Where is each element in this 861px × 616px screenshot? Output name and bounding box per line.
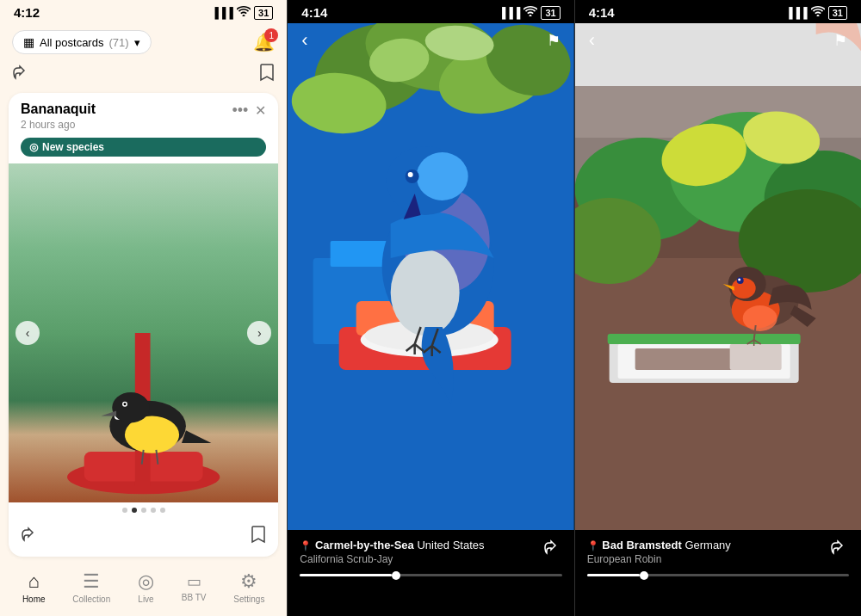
svg-point-29 bbox=[417, 152, 468, 200]
live-label: Live bbox=[138, 594, 153, 604]
photo-dots bbox=[9, 502, 278, 518]
jay-progress-fill bbox=[300, 574, 392, 576]
bird-scene: ‹ › bbox=[9, 163, 278, 502]
svg-point-27 bbox=[391, 249, 460, 336]
bottom-navigation: ⌂ Home ☰ Collection ◎ Live ▭ BB TV ⚙ Set… bbox=[9, 564, 278, 616]
more-options-icon[interactable]: ••• bbox=[232, 102, 248, 120]
svg-point-8 bbox=[124, 403, 127, 405]
share-bookmark-row bbox=[0, 59, 287, 93]
flag-icon-2[interactable]: ⚑ bbox=[547, 31, 561, 50]
jay-location-row: 📍 Carmel-by-the-Sea United States Califo… bbox=[300, 539, 561, 565]
jay-photo bbox=[288, 0, 573, 530]
share-icon[interactable] bbox=[12, 64, 31, 85]
bbtv-icon: ▭ bbox=[187, 572, 201, 591]
dark-header-2: ‹ ⚑ bbox=[288, 24, 573, 57]
robin-share-icon[interactable] bbox=[830, 539, 849, 560]
postcards-icon: ▦ bbox=[23, 35, 34, 49]
status-bar-1: 4:12 ▐▐▐ 31 bbox=[0, 0, 287, 23]
svg-rect-47 bbox=[729, 344, 781, 370]
svg-rect-45 bbox=[607, 334, 800, 344]
dot-5 bbox=[160, 508, 165, 513]
nav-home[interactable]: ⌂ Home bbox=[22, 570, 46, 604]
home-icon: ⌂ bbox=[28, 570, 40, 593]
nav-bbtv[interactable]: ▭ BB TV bbox=[182, 572, 207, 602]
live-icon: ◎ bbox=[138, 570, 154, 593]
jay-location-group: 📍 Carmel-by-the-Sea United States Califo… bbox=[300, 539, 484, 565]
time-2: 4:14 bbox=[301, 5, 327, 20]
post-time: 2 hours ago bbox=[21, 119, 96, 131]
robin-location: 📍 Bad Bramstedt Germany bbox=[587, 539, 731, 551]
postcards-count: (71) bbox=[108, 36, 128, 49]
nav-collection[interactable]: ☰ Collection bbox=[72, 570, 110, 604]
svg-point-31 bbox=[408, 172, 413, 177]
robin-photo bbox=[575, 0, 861, 530]
bbtv-label: BB TV bbox=[182, 593, 207, 602]
chevron-down-icon: ▾ bbox=[134, 36, 140, 49]
robin-country: Germany bbox=[684, 539, 730, 551]
leaf-icon: ◎ bbox=[29, 141, 38, 153]
status-icons-1: ▐▐▐ 31 bbox=[212, 6, 274, 20]
jay-progress-dot bbox=[392, 571, 400, 580]
bird-photo: ‹ › bbox=[9, 163, 278, 502]
home-label: Home bbox=[22, 594, 46, 604]
jay-bird-name: California Scrub-Jay bbox=[300, 553, 484, 565]
time-1: 4:12 bbox=[14, 5, 40, 20]
notification-bell-wrap: 🔔 1 bbox=[253, 32, 275, 52]
status-bar-2: 4:14 ▐▐▐ 31 bbox=[288, 0, 573, 23]
all-postcards-button[interactable]: ▦ All postcards (71) ▾ bbox=[12, 30, 152, 54]
flag-icon-3[interactable]: ⚑ bbox=[833, 31, 847, 50]
pin-icon-3: 📍 bbox=[587, 540, 599, 551]
card-actions: ••• ✕ bbox=[232, 102, 266, 120]
bird-card: Bananaquit 2 hours ago ••• ✕ ◎ New speci… bbox=[9, 93, 278, 557]
signal-icon-1: ▐▐▐ bbox=[212, 7, 234, 19]
close-icon[interactable]: ✕ bbox=[255, 102, 266, 119]
jay-country: United States bbox=[417, 539, 484, 551]
status-icons-3: ▐▐▐ 31 bbox=[785, 6, 847, 20]
card-bookmark-icon[interactable] bbox=[251, 525, 266, 548]
robin-location-group: 📍 Bad Bramstedt Germany European Robin bbox=[587, 539, 731, 565]
bookmark-icon[interactable] bbox=[259, 63, 275, 86]
pin-icon-2: 📍 bbox=[300, 540, 312, 551]
jay-location: 📍 Carmel-by-the-Sea United States bbox=[300, 539, 484, 551]
svg-point-50 bbox=[742, 305, 777, 331]
bird-title: Bananaquit bbox=[21, 102, 96, 117]
card-footer bbox=[9, 518, 278, 557]
battery-icon-2: 31 bbox=[541, 6, 560, 20]
collection-icon: ☰ bbox=[83, 570, 100, 593]
panel-jay: 4:14 ▐▐▐ 31 ‹ ⚑ bbox=[288, 0, 573, 616]
jay-share-icon[interactable] bbox=[543, 539, 562, 560]
robin-city: Bad Bramstedt bbox=[602, 539, 681, 551]
card-header: Bananaquit 2 hours ago ••• ✕ bbox=[9, 93, 278, 136]
prev-photo-button[interactable]: ‹ bbox=[15, 321, 40, 345]
status-bar-3: 4:14 ▐▐▐ 31 bbox=[575, 0, 861, 23]
robin-progress-fill bbox=[587, 574, 640, 576]
time-3: 4:14 bbox=[589, 5, 615, 20]
back-icon-2[interactable]: ‹ bbox=[301, 29, 307, 52]
panel-home: 4:12 ▐▐▐ 31 ▦ All postcards (71) ▾ 🔔 1 bbox=[0, 0, 287, 616]
wifi-icon-3 bbox=[811, 6, 825, 19]
header-bar-1: ▦ All postcards (71) ▾ 🔔 1 bbox=[0, 23, 287, 59]
robin-progress-dot bbox=[640, 571, 648, 580]
robin-location-row: 📍 Bad Bramstedt Germany European Robin bbox=[587, 539, 849, 565]
svg-point-52 bbox=[731, 278, 755, 299]
jay-info-bar: 📍 Carmel-by-the-Sea United States Califo… bbox=[288, 530, 573, 616]
collection-label: Collection bbox=[72, 594, 110, 604]
nav-settings[interactable]: ⚙ Settings bbox=[233, 570, 264, 604]
card-share-icon[interactable] bbox=[21, 526, 40, 547]
jay-scene bbox=[288, 0, 573, 530]
dot-4 bbox=[151, 508, 156, 513]
svg-point-6 bbox=[112, 392, 149, 422]
dot-3 bbox=[141, 508, 146, 513]
nav-live[interactable]: ◎ Live bbox=[138, 570, 154, 604]
signal-icon-2: ▐▐▐ bbox=[499, 7, 521, 19]
jay-progress-bar bbox=[300, 574, 561, 576]
robin-progress-bar bbox=[587, 574, 849, 576]
back-icon-3[interactable]: ‹ bbox=[589, 29, 595, 52]
next-photo-button[interactable]: › bbox=[247, 321, 271, 345]
status-icons-2: ▐▐▐ 31 bbox=[499, 6, 561, 20]
card-title-group: Bananaquit 2 hours ago bbox=[21, 102, 96, 131]
settings-label: Settings bbox=[233, 594, 264, 604]
battery-icon-3: 31 bbox=[828, 6, 847, 20]
new-species-label: New species bbox=[42, 141, 104, 153]
svg-point-54 bbox=[738, 279, 740, 281]
